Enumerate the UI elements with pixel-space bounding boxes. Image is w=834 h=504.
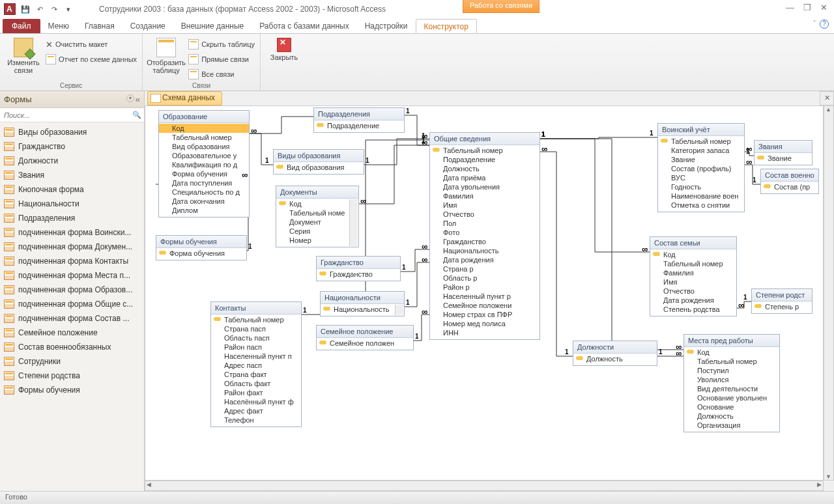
table-field[interactable]: Уволился	[684, 375, 779, 384]
table-field[interactable]: Основание увольнен	[684, 393, 779, 402]
table-field[interactable]: Адрес пасп	[211, 361, 301, 370]
table-field[interactable]: Имя	[430, 201, 539, 210]
table-contacts[interactable]: КонтактыТабельный номерСтрана паспОбласт…	[210, 301, 302, 427]
table-field[interactable]: Состав (профиль)	[658, 164, 744, 173]
nav-item[interactable]: Степени родства	[1, 369, 143, 383]
hide-table-button[interactable]: Скрыть таблицу	[188, 38, 255, 51]
table-field[interactable]: Звание	[658, 155, 744, 164]
all-rel-button[interactable]: Все связи	[188, 68, 255, 81]
table-field[interactable]: Отчество	[650, 287, 736, 296]
tab-file[interactable]: Файл	[3, 19, 40, 33]
table-field[interactable]: Табельный номер	[159, 133, 249, 142]
table-field[interactable]: Дата поступления	[159, 178, 249, 188]
table-field[interactable]: Подразделение	[314, 121, 404, 130]
table-field[interactable]: Табельный номер	[658, 137, 744, 146]
table-field[interactable]: ИНН	[430, 328, 539, 337]
close-window-button[interactable]: ✕	[820, 3, 827, 12]
table-field[interactable]: Основание	[684, 402, 779, 412]
nav-item[interactable]: Звания	[1, 168, 143, 182]
table-education[interactable]: ОбразованиеКодТабельный номерВид образов…	[158, 110, 250, 217]
tab-menu[interactable]: Меню	[40, 19, 77, 33]
nav-item[interactable]: подчиненная форма Докумен...	[1, 240, 143, 254]
table-field[interactable]: Фамилия	[430, 191, 539, 201]
minimize-button[interactable]: —	[786, 3, 794, 12]
table-field[interactable]: Район факт	[211, 388, 301, 397]
table-marital[interactable]: Семейное положениеСемейное положен	[316, 325, 414, 350]
table-field[interactable]: Дата приёма	[430, 173, 539, 182]
table-field[interactable]: Годность	[658, 182, 744, 191]
table-field[interactable]: Код	[276, 199, 349, 208]
tab-external[interactable]: Внешние данные	[173, 19, 252, 33]
document-tab[interactable]: Схема данных	[147, 91, 222, 105]
table-edu_forms[interactable]: Формы обученияФорма обучения	[156, 235, 247, 260]
table-field[interactable]: Номер страх св ПФР	[430, 310, 539, 319]
table-field[interactable]: Национальность	[321, 305, 395, 314]
table-positions[interactable]: ДолжностиДолжность	[573, 341, 657, 366]
table-field[interactable]: Пол	[430, 219, 539, 228]
nav-item[interactable]: Гражданство	[1, 139, 143, 154]
table-field[interactable]: Подразделение	[430, 155, 539, 164]
nav-item[interactable]: Должности	[1, 154, 143, 168]
table-nationality[interactable]: НациональностиНациональность	[320, 291, 405, 316]
table-field[interactable]: Табельный номер	[211, 315, 301, 324]
nav-item[interactable]: Сотрудники	[1, 354, 143, 369]
table-field[interactable]: Населённый пункт ф	[211, 397, 301, 406]
table-title[interactable]: Состав военно	[761, 169, 818, 182]
table-subdiv[interactable]: ПодразделенияПодразделение	[313, 107, 405, 133]
table-title[interactable]: Должности	[573, 341, 657, 354]
search-icon[interactable]: 🔍	[132, 111, 141, 119]
table-title[interactable]: Формы обучения	[156, 236, 246, 248]
table-field[interactable]: Вид образования	[274, 163, 364, 172]
document-close-button[interactable]: ✕	[820, 91, 834, 105]
qat-save-icon[interactable]: 💾	[19, 3, 32, 16]
tab-home[interactable]: Главная	[77, 19, 122, 33]
table-ranks[interactable]: ЗванияЗвание	[754, 140, 812, 165]
table-field[interactable]: Документ	[276, 217, 349, 227]
table-field[interactable]: Диплом	[159, 206, 249, 215]
table-field[interactable]: Имя	[650, 277, 736, 287]
table-military[interactable]: Воинский учётТабельный номерКатегория за…	[657, 123, 745, 212]
table-field[interactable]: Район пасп	[211, 343, 301, 352]
table-field[interactable]: ВУС	[658, 173, 744, 182]
tab-designer[interactable]: Конструктор	[416, 19, 477, 33]
table-title[interactable]: Национальности	[321, 292, 404, 304]
table-field[interactable]: Организация	[684, 421, 779, 430]
table-field[interactable]: Телефон	[211, 415, 301, 425]
table-field[interactable]: Область пасп	[211, 333, 301, 343]
table-field[interactable]: Табельный номе	[276, 208, 349, 217]
nav-item[interactable]: Формы обучения	[1, 383, 143, 397]
table-field[interactable]: Вид образования	[159, 142, 249, 151]
table-field[interactable]: Отметка о снятии	[658, 201, 744, 210]
help-icon[interactable]: ?	[820, 20, 829, 29]
tab-addins[interactable]: Надстройки	[357, 19, 416, 33]
table-title[interactable]: Звания	[755, 141, 812, 153]
table-field[interactable]: Фото	[430, 228, 539, 237]
table-field[interactable]: Серия	[276, 227, 349, 236]
direct-rel-button[interactable]: Прямые связи	[188, 53, 255, 66]
qat-dropdown-icon[interactable]: ▾	[62, 3, 75, 16]
table-field[interactable]: Дата увольнения	[430, 182, 539, 191]
nav-item[interactable]: подчиненная форма Образов...	[1, 283, 143, 297]
nav-item[interactable]: подчиненная форма Воински...	[1, 225, 143, 240]
table-field[interactable]: Состав (пр	[761, 182, 818, 191]
qat-redo-icon[interactable]: ↷	[48, 3, 61, 16]
table-field[interactable]: Табельный номер	[430, 146, 539, 155]
nav-filter-icon[interactable]: ▾	[126, 94, 134, 102]
nav-header[interactable]: Формы ▾«	[0, 91, 144, 108]
table-field[interactable]: Населенный пункт п	[211, 352, 301, 361]
qat-undo-icon[interactable]: ↶	[33, 3, 46, 16]
table-title[interactable]: Состав семьи	[650, 237, 736, 249]
table-field[interactable]: Страна факт	[211, 370, 301, 379]
table-field[interactable]: Табельный номер	[650, 259, 736, 268]
table-field[interactable]: Степень родства	[650, 305, 736, 314]
table-field[interactable]: Категория запаса	[658, 146, 744, 155]
search-input[interactable]	[3, 110, 132, 120]
nav-item[interactable]: подчиненная форма Места п...	[1, 268, 143, 283]
nav-item[interactable]: Виды образования	[1, 125, 143, 139]
table-edu_types[interactable]: Виды образованияВид образования	[273, 149, 364, 175]
table-title[interactable]: Семейное положение	[317, 326, 413, 338]
nav-item[interactable]: подчиненная форма Контакты	[1, 254, 143, 268]
table-title[interactable]: Гражданство	[317, 257, 400, 269]
relationships-canvas[interactable]: ПодразделенияПодразделениеОбразованиеКод…	[145, 105, 824, 481]
table-field[interactable]: Область р	[430, 273, 539, 283]
